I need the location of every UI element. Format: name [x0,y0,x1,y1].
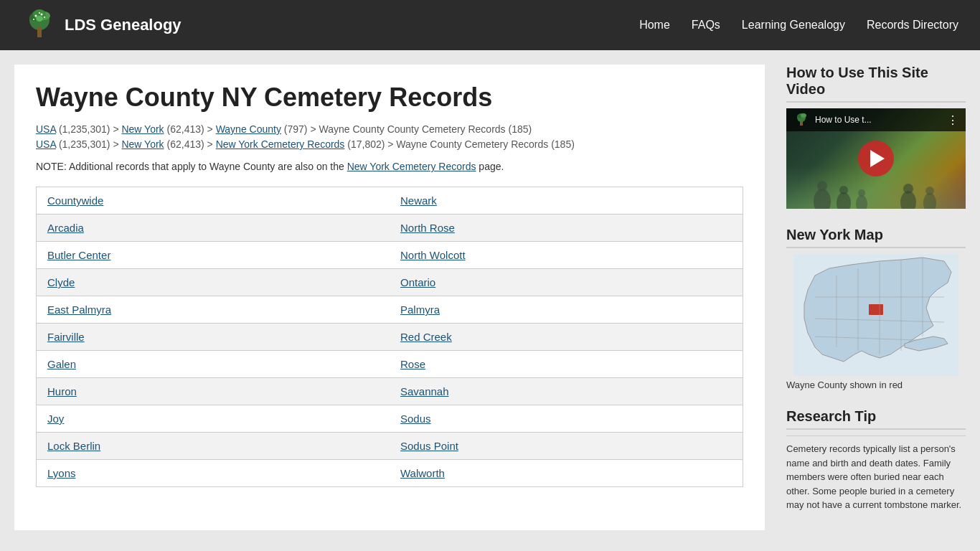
cemetery-link-5-1[interactable]: Red Creek [400,331,452,343]
svg-point-10 [33,19,34,20]
breadcrumb-usa-2[interactable]: USA [36,138,56,150]
svg-point-12 [797,115,801,118]
cemetery-link-2-1[interactable]: North Wolcott [400,249,466,261]
cemetery-link-7-0[interactable]: Huron [47,385,77,397]
breadcrumb-2: USA (1,235,301) > New York (62,413) > Ne… [36,138,743,150]
cemetery-link-5-0[interactable]: Fairville [47,331,85,343]
logo-icon [22,7,57,43]
video-menu-dots[interactable]: ⋮ [947,113,958,127]
svg-point-6 [35,15,37,17]
video-bar: How to Use t... ⋮ [786,108,966,131]
cemetery-link-8-0[interactable]: Joy [47,413,64,425]
table-row: CountywideNewark [37,187,743,215]
sidebar: How to Use This Site Video How to Use t.… [786,65,966,530]
nav-records[interactable]: Records Directory [867,19,958,32]
breadcrumb-wayne-1[interactable]: Wayne County [216,123,281,135]
cemetery-link-10-1[interactable]: Walworth [400,467,445,479]
svg-point-22 [903,184,913,194]
map-caption: Wayne County shown in red [786,380,966,390]
svg-point-17 [837,192,851,209]
breadcrumb-ny-cemetery[interactable]: New York Cemetery Records [216,138,345,150]
cemetery-link-10-0[interactable]: Lyons [47,467,75,479]
breadcrumb-1: USA (1,235,301) > New York (62,413) > Wa… [36,123,743,135]
table-row: Butler CenterNorth Wolcott [37,242,743,269]
breadcrumb-ny-1[interactable]: New York [121,123,164,135]
table-row: ArcadiaNorth Rose [37,215,743,242]
table-row: HuronSavannah [37,378,743,405]
site-header: LDS Genealogy Home FAQs Learning Genealo… [0,0,980,50]
svg-point-7 [41,14,43,16]
breadcrumb-usa-1[interactable]: USA [36,123,56,135]
svg-point-13 [801,113,806,118]
breadcrumb-ny-2[interactable]: New York [121,138,164,150]
main-content: Wayne County NY Cemetery Records USA (1,… [14,65,765,530]
play-button[interactable] [858,141,894,176]
video-thumbnail[interactable]: How to Use t... ⋮ [786,108,966,209]
page-title: Wayne County NY Cemetery Records [36,83,743,113]
svg-rect-4 [37,27,42,37]
table-row: GalenRose [37,351,743,378]
table-row: LyonsWalworth [37,460,743,487]
cemetery-tbody: CountywideNewarkArcadiaNorth RoseButler … [37,187,743,487]
video-section: How to Use This Site Video How to Use t.… [786,65,966,209]
svg-point-16 [817,181,827,191]
table-row: East PalmyraPalmyra [37,296,743,324]
video-title-label: How to Use t... [815,115,872,125]
cemetery-link-4-0[interactable]: East Palmyra [47,303,111,316]
table-row: FairvilleRed Creek [37,324,743,351]
main-wrapper: Wayne County NY Cemetery Records USA (1,… [0,50,980,545]
cemetery-link-1-1[interactable]: North Rose [400,222,455,234]
svg-point-9 [44,17,45,18]
main-nav: Home FAQs Learning Genealogy Records Dir… [639,19,958,32]
cemetery-link-1-0[interactable]: Arcadia [47,222,84,234]
research-tip-title: Research Tip [786,408,966,430]
cemetery-link-9-0[interactable]: Lock Berlin [47,440,100,452]
cemetery-link-4-1[interactable]: Palmyra [400,303,440,316]
ny-state-map [786,254,966,376]
cemetery-link-6-1[interactable]: Rose [400,358,425,370]
video-section-title: How to Use This Site Video [786,65,966,103]
cemetery-link-0-1[interactable]: Newark [400,194,437,207]
cemetery-link-0-0[interactable]: Countywide [47,194,103,207]
research-tip-section: Research Tip Cemetery records typically … [786,408,966,512]
cemetery-link-3-0[interactable]: Clyde [47,276,75,288]
table-row: ClydeOntario [37,269,743,296]
svg-point-24 [925,187,934,195]
cemetery-link-3-1[interactable]: Ontario [400,276,435,288]
svg-point-18 [839,186,848,194]
map-section-title: New York Map [786,227,966,248]
research-tip-content: Cemetery records typically list a person… [786,435,966,512]
nav-learning[interactable]: Learning Genealogy [742,19,845,32]
table-row: Lock BerlinSodus Point [37,433,743,460]
cemetery-link-6-0[interactable]: Galen [47,358,76,370]
svg-point-5 [36,16,43,22]
nav-home[interactable]: Home [639,19,670,32]
svg-rect-28 [869,304,883,315]
svg-point-20 [858,189,865,197]
svg-rect-14 [800,121,803,126]
svg-point-19 [856,195,867,209]
video-logo-icon [793,112,809,128]
cemetery-link-2-0[interactable]: Butler Center [47,249,110,261]
svg-point-8 [39,12,40,14]
cemetery-link-8-1[interactable]: Sodus [400,413,431,425]
logo-text: LDS Genealogy [65,16,182,34]
svg-point-15 [814,189,831,209]
cemetery-link-7-1[interactable]: Savannah [400,385,449,397]
ny-cemetery-link[interactable]: New York Cemetery Records [347,161,476,172]
table-row: JoySodus [37,405,743,433]
nav-faqs[interactable]: FAQs [692,19,720,32]
note-text: NOTE: Additional records that apply to W… [36,161,743,172]
logo-area[interactable]: LDS Genealogy [22,7,182,43]
cemetery-table: CountywideNewarkArcadiaNorth RoseButler … [36,187,743,487]
cemetery-link-9-1[interactable]: Sodus Point [400,440,458,452]
map-section: New York Map [786,227,966,390]
svg-point-23 [923,193,936,209]
play-icon [870,150,885,167]
